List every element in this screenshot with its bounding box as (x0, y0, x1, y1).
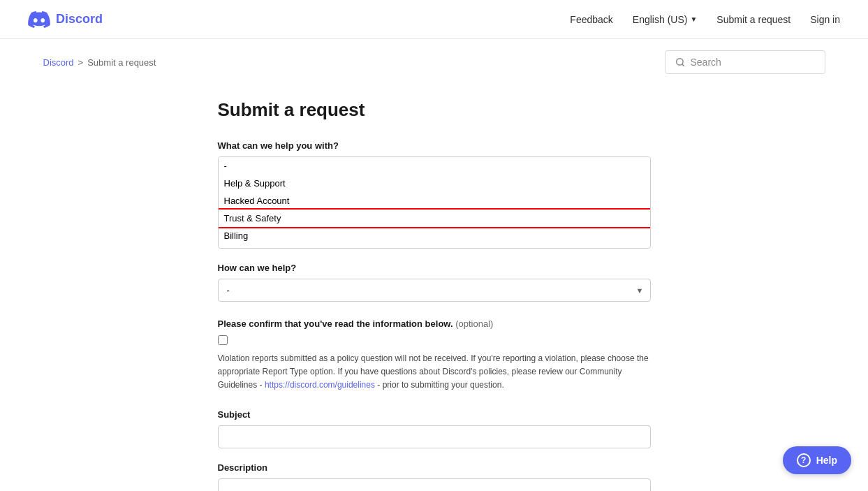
description-label: Description (218, 462, 651, 473)
confirm-section: Please confirm that you've read the info… (218, 318, 651, 393)
discord-logo[interactable]: Discord (28, 11, 103, 28)
breadcrumb-current: Submit a request (87, 57, 156, 68)
main-content: Submit a request What can we help you wi… (190, 85, 679, 491)
breadcrumb-separator: > (78, 57, 84, 68)
page-title: Submit a request (218, 99, 651, 121)
logo-text: Discord (56, 12, 103, 27)
help-circle-icon: ? (797, 453, 811, 467)
guidelines-link[interactable]: https://discord.com/guidelines (265, 380, 375, 390)
help-button-label: Help (816, 455, 837, 466)
feedback-link[interactable]: Feedback (570, 14, 612, 25)
how-help-section: How can we help? - ▼ (218, 263, 651, 302)
discord-icon (28, 11, 50, 28)
listbox-wrapper: - Help & Support Hacked Account Trust & … (218, 156, 651, 249)
confirm-text: Violation reports submitted as a policy … (218, 352, 651, 393)
subject-label: Subject (218, 409, 651, 420)
how-help-select-wrapper: - ▼ (218, 279, 651, 302)
description-textarea[interactable] (218, 478, 651, 491)
breadcrumb-row: Discord > Submit a request Search (15, 39, 853, 85)
what-help-label: What can we help you with? (218, 140, 651, 151)
what-help-section: What can we help you with? - Help & Supp… (218, 140, 651, 249)
sign-in-link[interactable]: Sign in (810, 14, 840, 25)
listbox-option-community[interactable]: Community Programs (219, 244, 650, 248)
how-help-label: How can we help? (218, 263, 651, 273)
description-section: Description (218, 462, 651, 491)
help-button[interactable]: ? Help (783, 446, 851, 474)
subject-input[interactable] (218, 425, 651, 448)
listbox-option-hacked[interactable]: Hacked Account (219, 192, 650, 210)
breadcrumb-home[interactable]: Discord (43, 57, 74, 68)
listbox-option-help[interactable]: Help & Support (219, 175, 650, 192)
search-box[interactable]: Search (665, 50, 825, 74)
search-icon (675, 57, 685, 67)
submit-request-link[interactable]: Submit a request (716, 14, 790, 25)
language-selector[interactable]: English (US) ▼ (633, 14, 698, 25)
confirm-checkbox[interactable] (218, 335, 228, 345)
header: Discord Feedback English (US) ▼ Submit a… (0, 0, 868, 39)
how-help-select[interactable]: - (218, 279, 651, 302)
breadcrumb: Discord > Submit a request (43, 57, 156, 68)
listbox-option-dash[interactable]: - (219, 157, 650, 175)
checkbox-row (218, 335, 651, 345)
search-placeholder: Search (691, 57, 721, 68)
header-nav: Feedback English (US) ▼ Submit a request… (570, 14, 840, 25)
optional-tag: (optional) (455, 318, 493, 329)
what-help-listbox[interactable]: - Help & Support Hacked Account Trust & … (219, 157, 650, 248)
listbox-option-billing[interactable]: Billing (219, 227, 650, 244)
listbox-option-trust[interactable]: Trust & Safety (219, 210, 650, 227)
chevron-down-icon: ▼ (690, 15, 697, 23)
svg-line-1 (682, 64, 684, 66)
confirm-label: Please confirm that you've read the info… (218, 318, 651, 329)
subject-section: Subject (218, 409, 651, 448)
